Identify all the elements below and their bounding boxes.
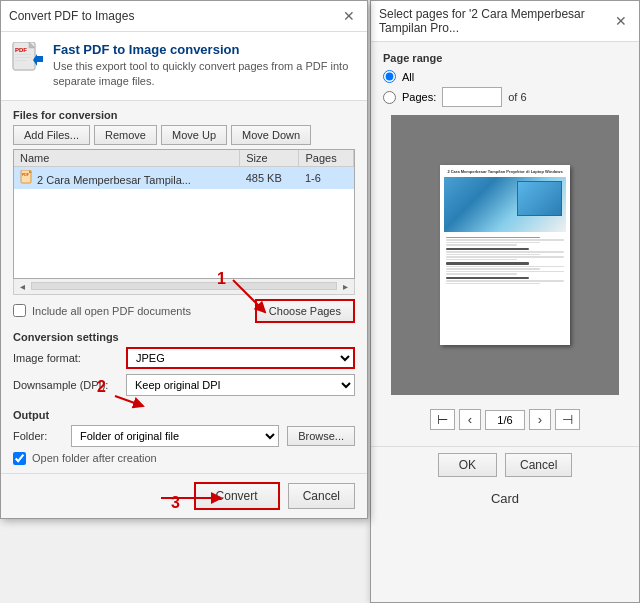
- all-radio[interactable]: [383, 70, 396, 83]
- preview-line-4: [446, 244, 517, 246]
- page-range-title: Page range: [383, 52, 627, 64]
- all-radio-label: All: [402, 71, 414, 83]
- files-table: Name Size Pages: [14, 150, 354, 189]
- preview-line-12: [446, 273, 517, 275]
- file-pages-cell: 1-6: [299, 166, 354, 189]
- preview-text-lines: [444, 234, 566, 288]
- scrollbar[interactable]: ◂ ▸: [13, 279, 355, 295]
- scroll-left-arrow[interactable]: ◂: [16, 280, 29, 293]
- right-dialog-titlebar: Select pages for '2 Cara Memperbesar Tam…: [371, 1, 639, 42]
- annotation-3: 3: [171, 494, 180, 512]
- move-down-button[interactable]: Move Down: [231, 125, 311, 145]
- svg-text:PDF: PDF: [22, 173, 30, 177]
- page-range-section: Page range All Pages: of 6: [383, 52, 627, 107]
- svg-rect-5: [15, 60, 27, 61]
- svg-text:PDF: PDF: [15, 47, 27, 53]
- preview-line-14: [446, 283, 540, 285]
- downsample-row: Downsample (DPI): Keep original DPI 72 D…: [13, 374, 355, 396]
- right-dialog: Select pages for '2 Cara Memperbesar Tam…: [370, 0, 640, 603]
- preview-line-11: [446, 271, 564, 273]
- svg-rect-3: [15, 54, 31, 55]
- file-name-cell: PDF 2 Cara Memperbesar Tampila...: [14, 166, 240, 189]
- file-icon: PDF: [20, 170, 34, 184]
- conversion-section-label: Conversion settings: [13, 331, 355, 343]
- of-text: of 6: [508, 91, 526, 103]
- conversion-section: Conversion settings Image format: JPEG P…: [13, 331, 355, 401]
- table-row[interactable]: PDF 2 Cara Memperbesar Tampila... 485 KB…: [14, 166, 354, 189]
- files-bottom-row: Include all open PDF documents Choose Pa…: [13, 299, 355, 323]
- left-dialog-title: Convert PDF to Images: [9, 9, 134, 23]
- right-close-button[interactable]: ✕: [611, 12, 631, 30]
- header-title: Fast PDF to Image conversion: [53, 42, 355, 57]
- nav-first-button[interactable]: ⊢: [430, 409, 455, 430]
- preview-image: [444, 177, 566, 232]
- preview-line-8: [446, 259, 517, 261]
- include-checkbox-label: Include all open PDF documents: [32, 305, 191, 317]
- include-checkbox[interactable]: [13, 304, 26, 317]
- preview-area: 2 Cara Memperbesar Tampilan Proyektor di…: [391, 115, 619, 395]
- svg-rect-4: [15, 57, 31, 58]
- image-format-select[interactable]: JPEG PNG BMP TIFF: [126, 347, 355, 369]
- file-size-cell: 485 KB: [240, 166, 299, 189]
- choose-pages-button[interactable]: Choose Pages: [255, 299, 355, 323]
- preview-line-10: [446, 268, 540, 270]
- all-radio-row: All: [383, 70, 627, 83]
- preview-line-3: [446, 242, 540, 244]
- image-format-label: Image format:: [13, 352, 118, 364]
- open-folder-checkbox[interactable]: [13, 452, 26, 465]
- convert-button[interactable]: Convert: [194, 482, 280, 510]
- files-section-label: Files for conversion: [13, 109, 355, 121]
- pages-radio-label: Pages:: [402, 91, 436, 103]
- include-checkbox-row: Include all open PDF documents: [13, 304, 191, 317]
- preview-line-9: [446, 266, 564, 268]
- nav-page-input[interactable]: [485, 410, 525, 430]
- preview-line-7: [446, 256, 564, 258]
- nav-bar: ⊢ ‹ › ⊣: [383, 403, 627, 436]
- scroll-right-arrow[interactable]: ▸: [339, 280, 352, 293]
- move-up-button[interactable]: Move Up: [161, 125, 227, 145]
- open-folder-row: Open folder after creation: [13, 452, 355, 465]
- output-section: Output Folder: Folder of original file D…: [13, 409, 355, 465]
- scroll-track[interactable]: [31, 282, 337, 290]
- pages-radio[interactable]: [383, 91, 396, 104]
- page-preview: 2 Cara Memperbesar Tampilan Proyektor di…: [440, 165, 570, 345]
- header-description: Use this export tool to quickly convert …: [53, 59, 355, 90]
- preview-section-3: [446, 277, 529, 280]
- folder-row: Folder: Folder of original file Desktop …: [13, 425, 355, 447]
- nav-next-button[interactable]: ›: [529, 409, 551, 430]
- preview-line-2: [446, 239, 564, 241]
- pdf-icon: PDF: [11, 42, 43, 74]
- add-files-button[interactable]: Add Files...: [13, 125, 90, 145]
- nav-prev-button[interactable]: ‹: [459, 409, 481, 430]
- browse-button[interactable]: Browse...: [287, 426, 355, 446]
- pages-input[interactable]: [442, 87, 502, 107]
- right-dialog-body: Page range All Pages: of 6 2 Cara Memper…: [371, 42, 639, 446]
- downsample-select[interactable]: Keep original DPI 72 DPI 96 DPI 150 DPI …: [126, 374, 355, 396]
- ok-button[interactable]: OK: [438, 453, 497, 477]
- preview-line-5: [446, 251, 564, 253]
- right-cancel-button[interactable]: Cancel: [505, 453, 572, 477]
- left-cancel-button[interactable]: Cancel: [288, 483, 355, 509]
- files-section: Files for conversion Add Files... Remove…: [13, 109, 355, 323]
- remove-button[interactable]: Remove: [94, 125, 157, 145]
- preview-section-2: [446, 262, 529, 265]
- downsample-label: Downsample (DPI):: [13, 379, 118, 391]
- col-pages: Pages: [299, 150, 354, 167]
- left-dialog-footer: 3 Convert Cancel: [1, 473, 367, 518]
- pages-radio-row: Pages: of 6: [383, 87, 627, 107]
- nav-last-button[interactable]: ⊣: [555, 409, 580, 430]
- files-toolbar: Add Files... Remove Move Up Move Down: [13, 125, 355, 145]
- dialog-header: PDF Fast PDF to Image conversion Use thi…: [1, 32, 367, 101]
- col-size: Size: [240, 150, 299, 167]
- card-label: Card: [491, 491, 519, 506]
- preview-line-13: [446, 280, 564, 282]
- folder-label: Folder:: [13, 430, 63, 442]
- preview-title: 2 Cara Memperbesar Tampilan Proyektor di…: [444, 169, 566, 175]
- preview-section-1: [446, 248, 529, 251]
- left-dialog-titlebar: Convert PDF to Images ✕: [1, 1, 367, 32]
- files-table-container: Name Size Pages: [13, 149, 355, 279]
- folder-select[interactable]: Folder of original file Desktop Custom..…: [71, 425, 279, 447]
- left-close-button[interactable]: ✕: [339, 7, 359, 25]
- output-section-label: Output: [13, 409, 355, 421]
- right-dialog-title: Select pages for '2 Cara Memperbesar Tam…: [379, 7, 611, 35]
